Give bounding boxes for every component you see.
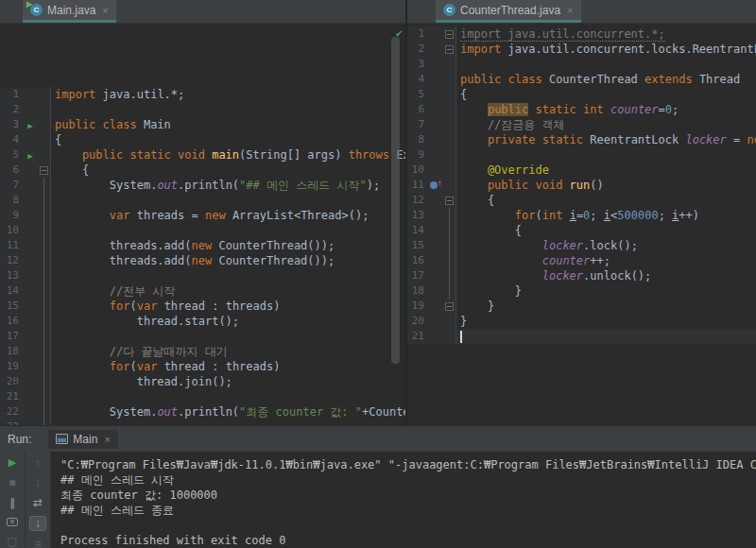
code-line[interactable]: 2 <box>0 102 405 117</box>
code-text[interactable] <box>51 102 405 117</box>
line-number[interactable]: 19 <box>0 359 23 374</box>
fold-marker[interactable]: – <box>443 42 456 57</box>
tab-main-java[interactable]: C▶ Main.java × <box>23 0 116 23</box>
code-text[interactable]: } <box>456 314 756 329</box>
line-number[interactable]: 2 <box>0 102 23 117</box>
line-number[interactable]: 9 <box>407 147 428 163</box>
line-number[interactable]: 9 <box>0 208 23 223</box>
code-line[interactable]: 16 counter++; <box>407 253 756 268</box>
fold-box-icon[interactable]: – <box>445 197 454 205</box>
line-number[interactable]: 5 <box>407 87 428 102</box>
code-line[interactable]: 6 public static int counter=0; <box>407 102 756 117</box>
line-number[interactable]: 5 <box>0 147 23 163</box>
code-line[interactable]: 17 locker.unlock(); <box>407 268 756 283</box>
line-number[interactable]: 14 <box>407 223 428 238</box>
partial-bottom-icon[interactable]: ≡ <box>29 538 46 548</box>
code-text[interactable] <box>51 268 405 283</box>
code-line[interactable]: 4{ <box>0 132 405 147</box>
code-text[interactable]: import java.util.*; <box>51 87 405 102</box>
code-text[interactable]: threads.add(new CounterThread()); <box>51 238 405 253</box>
code-line[interactable]: 21 <box>407 329 756 344</box>
code-text[interactable] <box>51 329 405 344</box>
line-number[interactable]: 20 <box>407 314 428 329</box>
code-line[interactable]: 19– } <box>407 299 756 314</box>
fold-box-icon[interactable]: – <box>445 302 454 311</box>
fold-marker[interactable]: – <box>443 299 456 314</box>
rerun-button[interactable]: ▶ <box>4 456 21 470</box>
code-text[interactable]: @Override <box>456 163 756 178</box>
code-text[interactable]: public class CounterThread extends Threa… <box>456 72 756 87</box>
line-number[interactable]: 18 <box>0 344 23 359</box>
code-text[interactable]: locker.lock(); <box>456 238 756 253</box>
code-line[interactable]: 18 //다 끝날때까지 대기 <box>0 344 405 359</box>
code-text[interactable]: var threads = new ArrayList<Thread>(); <box>51 208 405 223</box>
code-text[interactable]: System.out.println("## 메인 스레드 시작"); <box>51 178 405 193</box>
run-gutter-icon[interactable]: ▶ <box>23 147 38 163</box>
line-number[interactable]: 16 <box>0 314 23 329</box>
code-text[interactable] <box>51 420 405 425</box>
code-line[interactable]: 10 @Override <box>407 163 756 178</box>
code-line[interactable]: 16 thread.start(); <box>0 314 405 329</box>
code-text[interactable]: //다 끝날때까지 대기 <box>51 344 405 359</box>
code-line[interactable]: 14 //전부 시작 <box>0 283 405 299</box>
code-line[interactable]: 20 thread.join(); <box>0 374 405 389</box>
line-number[interactable]: 16 <box>407 253 428 268</box>
line-number[interactable]: 3 <box>407 57 428 72</box>
code-line[interactable]: 4public class CounterThread extends Thre… <box>407 72 756 87</box>
code-text[interactable]: public void run() <box>456 178 756 193</box>
code-text[interactable]: System.out.println("최종 counter 값: "+Coun… <box>51 404 405 420</box>
code-line[interactable]: 15 locker.lock(); <box>407 238 756 253</box>
code-text[interactable]: { <box>456 87 756 102</box>
line-number[interactable]: 17 <box>0 329 23 344</box>
code-text[interactable]: for(var thread : threads) <box>51 359 405 374</box>
fold-box-icon[interactable]: – <box>40 166 48 175</box>
close-icon[interactable]: × <box>567 5 573 16</box>
run-gutter-icon[interactable]: ▶ <box>23 117 38 132</box>
code-line[interactable]: 9 <box>407 147 756 163</box>
code-line[interactable]: 23 <box>0 420 405 425</box>
code-text[interactable]: import java.util.concurrent.*; <box>456 26 756 42</box>
code-text[interactable]: thread.start(); <box>51 314 405 329</box>
line-number[interactable]: 13 <box>0 268 23 283</box>
code-line[interactable]: 13 for(int i=0; i<500000; i++) <box>407 208 756 223</box>
code-text[interactable]: public static int counter=0; <box>456 102 756 117</box>
code-text[interactable]: for(int i=0; i<500000; i++) <box>456 208 756 223</box>
code-text[interactable] <box>456 57 756 72</box>
fold-box-icon[interactable]: – <box>445 45 454 54</box>
code-line[interactable]: 2–import java.util.concurrent.locks.Reen… <box>407 42 756 57</box>
code-text[interactable]: //전부 시작 <box>51 283 405 299</box>
code-line[interactable]: 11↑ public void run() <box>407 178 756 193</box>
code-text[interactable]: import java.util.concurrent.locks.Reentr… <box>456 42 756 57</box>
code-line[interactable]: 18 } <box>407 283 756 299</box>
pause-output-button[interactable]: ∥ <box>4 496 21 509</box>
line-number[interactable]: 19 <box>407 299 428 314</box>
fold-marker[interactable]: – <box>443 26 456 42</box>
code-text[interactable]: } <box>456 299 756 314</box>
code-line[interactable]: 20} <box>407 314 756 329</box>
line-number[interactable]: 1 <box>407 26 428 42</box>
code-text[interactable]: public class Main <box>51 117 405 132</box>
code-line[interactable]: 17 <box>0 329 405 344</box>
code-editor-main[interactable]: ✔ 1import java.util.*;23▶public class Ma… <box>0 24 405 425</box>
line-number[interactable]: 20 <box>0 374 23 389</box>
code-line[interactable]: 12 threads.add(new CounterThread()); <box>0 253 405 268</box>
code-line[interactable]: 7 System.out.println("## 메인 스레드 시작"); <box>0 178 405 193</box>
line-number[interactable]: 12 <box>0 253 23 268</box>
code-text[interactable]: } <box>456 283 756 299</box>
code-line[interactable]: 19 for(var thread : threads) <box>0 359 405 374</box>
code-line[interactable]: 7 //잠금용 객체 <box>407 117 756 132</box>
run-tab-main[interactable]: Main × <box>48 430 117 449</box>
code-line[interactable]: 15 for(var thread : threads) <box>0 299 405 314</box>
code-text[interactable] <box>51 389 405 404</box>
code-text[interactable]: { <box>456 223 756 238</box>
code-line[interactable]: 5{ <box>407 87 756 102</box>
code-text[interactable] <box>456 329 756 344</box>
code-line[interactable]: 6– { <box>0 163 405 178</box>
code-line[interactable]: 3▶public class Main <box>0 117 405 132</box>
line-number[interactable]: 14 <box>0 283 23 299</box>
partial-bottom-icon[interactable]: ▢ <box>4 535 21 548</box>
fold-box-icon[interactable]: – <box>445 30 454 39</box>
close-icon[interactable]: × <box>102 5 108 16</box>
code-line[interactable]: 21 <box>0 389 405 404</box>
code-text[interactable]: { <box>456 193 756 208</box>
